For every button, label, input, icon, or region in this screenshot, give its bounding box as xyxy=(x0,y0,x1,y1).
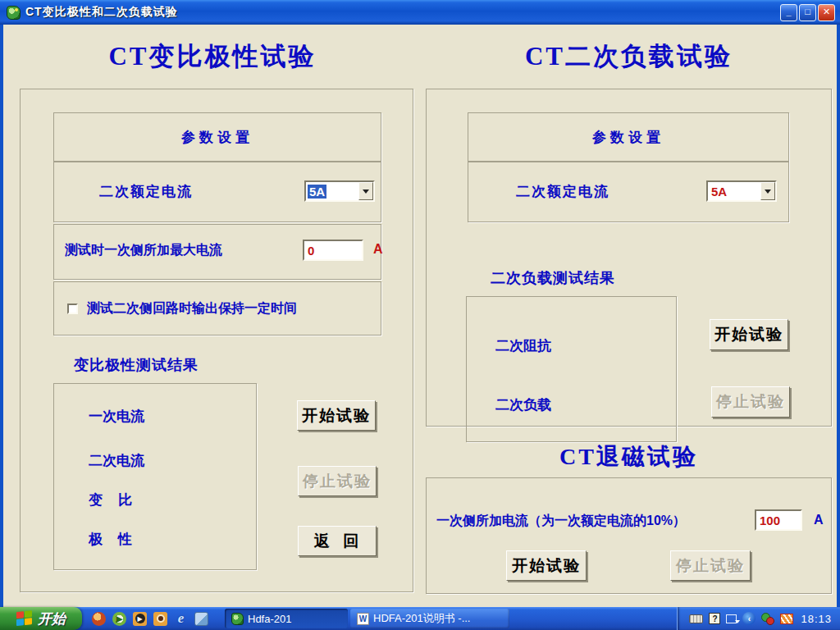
burden-rated-current-box: 二次额定电流 5A xyxy=(468,162,789,222)
max-current-unit: A xyxy=(373,242,383,257)
demag-current-unit: A xyxy=(814,513,824,527)
word-doc-icon: W xyxy=(357,613,369,625)
system-tray: ? ‹ 18:13 xyxy=(677,607,840,630)
hold-time-box: 测试二次侧回路时输出保持一定时间 xyxy=(53,281,381,336)
quick-launch-bar: ▶ ▶ e xyxy=(82,612,217,626)
show-desktop-icon[interactable] xyxy=(194,612,208,626)
burden-rated-current-value: 5A xyxy=(710,185,728,199)
maximize-button[interactable]: □ xyxy=(799,4,816,21)
result-secondary-impedance: 二次阻抗 xyxy=(495,336,551,355)
hold-time-checkbox[interactable] xyxy=(67,304,78,314)
minimize-button[interactable]: _ xyxy=(780,4,797,21)
result-secondary-current: 二次电流 xyxy=(89,451,144,470)
volume-app-icon[interactable] xyxy=(153,612,167,626)
ratio-rated-current-box: 二次额定电流 5A xyxy=(53,162,381,222)
burden-test-title: CT二次负载试验 xyxy=(442,39,815,74)
rated-current-label: 二次额定电流 xyxy=(99,182,193,201)
demag-start-button[interactable]: 开始试验 xyxy=(506,550,587,581)
chevron-down-icon[interactable] xyxy=(358,182,373,200)
burden-stop-button[interactable]: 停止试验 xyxy=(711,386,790,418)
ratio-param-header-box: 参数设置 xyxy=(53,112,381,162)
ratio-start-button[interactable]: 开始试验 xyxy=(297,400,376,431)
window-title: CT变比极性和二次负载试验 xyxy=(25,5,178,20)
burden-result-box: 二次阻抗 二次负载 xyxy=(466,296,677,442)
display-icon[interactable] xyxy=(726,614,737,623)
task-buttons: Hdfa-201 W HDFA-201说明书 -... xyxy=(225,609,509,628)
taskbar-item-hdfa201[interactable]: Hdfa-201 xyxy=(225,609,348,628)
result-polarity: 极 性 xyxy=(89,530,132,549)
chevron-down-icon[interactable] xyxy=(760,182,775,200)
title-bar[interactable]: CT变比极性和二次负载试验 _ □ ✕ xyxy=(0,0,840,25)
ratio-test-title: CT变比极性试验 xyxy=(28,39,397,74)
max-current-label: 测试时一次侧所加最大电流 xyxy=(65,242,222,259)
red-app-icon[interactable] xyxy=(92,612,106,626)
demag-current-label: 一次侧所加电流（为一次额定电流的10%） xyxy=(436,513,686,530)
hold-time-label: 测试二次侧回路时输出保持一定时间 xyxy=(87,300,297,317)
result-ratio: 变 比 xyxy=(89,491,132,509)
main-window: CT变比极性试验 CT二次负载试验 参数设置 二次额定电流 5A 测试时一次侧所… xyxy=(0,25,840,607)
demag-stop-button[interactable]: 停止试验 xyxy=(670,550,751,581)
burden-start-button[interactable]: 开始试验 xyxy=(710,319,788,350)
result-secondary-burden: 二次负载 xyxy=(495,395,551,414)
rated-current-value: 5A xyxy=(308,185,326,199)
ratio-result-box: 一次电流 二次电流 变 比 极 性 xyxy=(53,383,257,570)
taskbar-item-manual[interactable]: W HDFA-201说明书 -... xyxy=(350,609,509,628)
return-button[interactable]: 返 回 xyxy=(298,526,377,556)
demag-test-title: CT退磁试验 xyxy=(442,441,815,472)
max-current-input[interactable] xyxy=(303,240,363,261)
result-primary-current: 一次电流 xyxy=(89,407,144,426)
player-classic-icon[interactable]: ▶ xyxy=(133,612,147,626)
windows-flag-icon xyxy=(16,610,33,627)
burden-param-header-box: 参数设置 xyxy=(468,112,789,162)
burden-result-header: 二次负载测试结果 xyxy=(491,268,615,288)
gears-icon[interactable] xyxy=(761,612,774,625)
start-button[interactable]: 开始 xyxy=(0,607,82,630)
taskbar: 开始 ▶ ▶ e Hdfa-201 W HDFA-201说明书 -... ? ‹… xyxy=(0,607,840,630)
help-icon[interactable]: ? xyxy=(709,613,720,624)
ratio-max-current-box: 测试时一次侧所加最大电流 A xyxy=(53,224,381,280)
burden-param-header: 参数设置 xyxy=(592,128,664,147)
close-button[interactable]: ✕ xyxy=(818,4,835,21)
ratio-test-panel: 参数设置 二次额定电流 5A 测试时一次侧所加最大电流 A 测试二次侧回路时输出… xyxy=(20,89,413,592)
tray-clock: 18:13 xyxy=(801,613,832,625)
burden-rated-current-combobox[interactable]: 5A xyxy=(706,180,777,202)
ratio-param-header: 参数设置 xyxy=(181,128,253,147)
keyboard-icon[interactable] xyxy=(689,614,703,623)
graphics-icon[interactable] xyxy=(780,614,793,624)
app-icon xyxy=(231,613,244,625)
language-icon[interactable]: ‹ xyxy=(742,612,756,625)
burden-rated-current-label: 二次额定电流 xyxy=(516,182,609,201)
ratio-stop-button[interactable]: 停止试验 xyxy=(298,466,377,496)
demag-test-panel: 一次侧所加电流（为一次额定电流的10%） A 开始试验 停止试验 xyxy=(426,477,832,594)
ie-icon[interactable]: e xyxy=(174,612,188,626)
demag-current-input[interactable] xyxy=(755,509,802,531)
app-icon xyxy=(7,6,21,20)
media-player-icon[interactable]: ▶ xyxy=(112,612,126,626)
rated-current-combobox[interactable]: 5A xyxy=(304,180,375,202)
burden-test-panel: 参数设置 二次额定电流 5A 二次负载测试结果 二次阻抗 二次负载 开始试验 停… xyxy=(426,89,832,427)
ratio-result-header: 变比极性测试结果 xyxy=(74,355,199,375)
